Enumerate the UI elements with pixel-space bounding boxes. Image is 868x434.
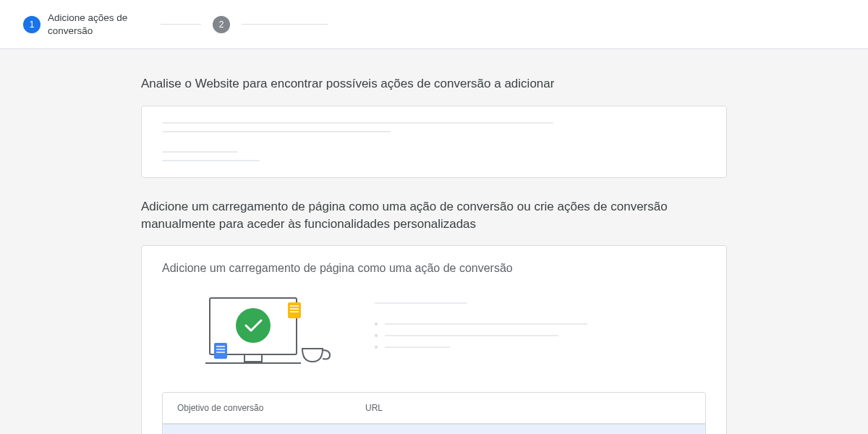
step-1-label: Adicione ações de conversão — [48, 12, 149, 37]
scan-website-card — [141, 106, 727, 178]
table-header: Objetivo de conversão URL — [163, 393, 705, 424]
page-load-card: Adicione um carregamento de página como … — [141, 245, 727, 434]
step-connector-2 — [242, 24, 328, 25]
placeholder-line — [162, 131, 391, 132]
placeholder-line — [162, 151, 238, 153]
svg-rect-4 — [288, 302, 301, 318]
step-1-circle: 1 — [23, 16, 41, 33]
th-url: URL — [365, 403, 561, 413]
placeholder-line — [162, 122, 553, 124]
computer-illustration — [188, 292, 340, 372]
stepper: 1 Adicione ações de conversão 2 — [0, 0, 868, 49]
illustration-row — [162, 292, 706, 372]
th-goal: Objetivo de conversão — [177, 403, 365, 413]
th-action — [561, 403, 691, 413]
placeholder-line — [162, 160, 260, 161]
card-subtitle: Adicione um carregamento de página como … — [162, 262, 706, 275]
suggestions-table: Objetivo de conversão URL Iniciar pagame… — [162, 392, 706, 434]
illustration-text — [375, 292, 706, 357]
step-2-circle: 2 — [213, 16, 230, 33]
svg-rect-8 — [214, 343, 227, 359]
placeholder-line — [375, 302, 467, 304]
section-add-title: Adicione um carregamento de página como … — [141, 198, 727, 233]
table-row: Iniciar pagamento ACEITAR SUGESTÃO — [163, 424, 705, 434]
step-connector — [161, 24, 201, 25]
section-scan-title: Analise o Website para encontrar possíve… — [141, 75, 727, 93]
svg-rect-1 — [244, 354, 262, 362]
step-1[interactable]: 1 Adicione ações de conversão — [23, 12, 149, 37]
svg-point-3 — [236, 308, 271, 343]
step-2: 2 — [213, 16, 230, 33]
main-content: Analise o Website para encontrar possíve… — [127, 49, 741, 434]
